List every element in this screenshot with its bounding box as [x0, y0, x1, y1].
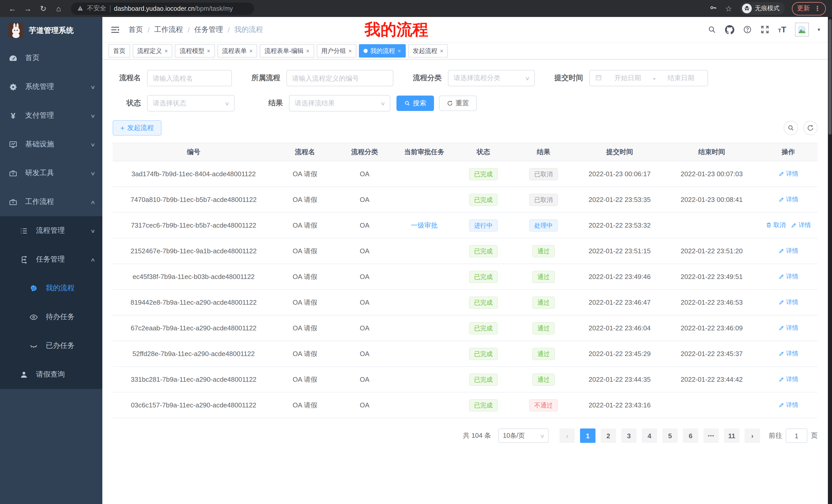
detail-link[interactable]: 详情 [778, 247, 798, 255]
sidebar-item-system[interactable]: 系统管理 ∨ [0, 73, 102, 101]
category-select[interactable]: 请选择流程分类∨ [448, 70, 535, 86]
fullscreen-icon[interactable] [760, 25, 769, 34]
filter-name-label: 流程名 [113, 74, 141, 83]
eye-icon [29, 313, 38, 321]
table-header-row: 编号 流程名 流程分类 当前审批任务 状态 结果 提交时间 结束时间 操作 [113, 143, 817, 161]
detail-link[interactable]: 详情 [791, 221, 811, 230]
table-row: 2152467e-7b9b-11ec-9a1b-acde48001122 OA … [113, 239, 817, 264]
detail-link[interactable]: 详情 [778, 195, 798, 204]
app-title: 芋道管理系统 [29, 25, 74, 35]
scrollbar[interactable] [828, 17, 832, 504]
tab-process-form[interactable]: 流程表单× [217, 44, 257, 58]
breadcrumb-item[interactable]: 工作流程 [154, 25, 183, 34]
close-icon[interactable]: × [164, 48, 168, 54]
page-button[interactable]: 2 [601, 428, 616, 443]
avatar[interactable] [795, 23, 809, 36]
detail-link[interactable]: 详情 [778, 298, 798, 307]
chevron-down-icon: ∨ [90, 113, 95, 118]
url-text: dashboard.yudao.iocoder.cn/bpm/task/my [114, 5, 233, 12]
detail-link[interactable]: 详情 [778, 324, 798, 332]
key-icon[interactable] [709, 3, 717, 13]
cell-id: 331bc281-7b9a-11ec-a290-acde48001122 [113, 375, 275, 383]
process-name-input[interactable] [147, 70, 232, 86]
submit-time-range-picker[interactable]: 开始日期 - 结束日期 [589, 70, 708, 86]
detail-link[interactable]: 详情 [778, 272, 798, 281]
close-icon[interactable]: × [250, 48, 253, 54]
sidebar-item-done-tasks[interactable]: 已办任务 [0, 331, 102, 360]
page-button[interactable]: 4 [642, 428, 657, 443]
start-date-placeholder: 开始日期 [606, 74, 649, 83]
help-icon[interactable] [743, 25, 752, 34]
sidebar-item-infra[interactable]: 基础设施 ∨ [0, 130, 102, 159]
page-button[interactable]: 5 [662, 428, 678, 443]
reset-button[interactable]: 重置 [439, 95, 477, 111]
goto-page-input[interactable] [786, 428, 807, 443]
close-icon[interactable]: × [306, 48, 310, 54]
more-pages-button[interactable]: ••• [703, 428, 719, 443]
back-icon[interactable]: ← [6, 0, 19, 17]
page-button[interactable]: 6 [683, 428, 698, 443]
plus-icon: + [120, 124, 125, 132]
result-badge: 通过 [532, 373, 555, 386]
sidebar-item-workflow[interactable]: 工作流程 ∧ [0, 188, 102, 216]
reload-icon[interactable]: ↻ [37, 0, 49, 17]
home-icon[interactable]: ⌂ [52, 0, 65, 17]
detail-link[interactable]: 详情 [778, 170, 798, 178]
forward-icon[interactable]: → [22, 0, 34, 17]
result-select[interactable]: 请选择流结果∨ [289, 95, 390, 111]
breadcrumb-item[interactable]: 任务管理 [194, 25, 223, 34]
process-definition-input[interactable] [286, 70, 393, 86]
status-select[interactable]: 请选择状态∨ [147, 95, 234, 111]
page-button[interactable]: 3 [621, 428, 636, 443]
sidebar-item-task-mgmt[interactable]: 任务管理 ∧ [0, 245, 102, 274]
cancel-link[interactable]: 取消 [766, 221, 786, 230]
filter-category-label: 流程分类 [406, 74, 442, 83]
close-icon[interactable]: × [440, 48, 443, 54]
page-size-select[interactable]: 10条/页∨ [498, 428, 549, 443]
goto-label: 前往 [769, 431, 782, 440]
tab-process-model[interactable]: 流程模型× [175, 44, 215, 58]
tab-home[interactable]: 首页 [108, 44, 130, 58]
current-task-link[interactable]: 一级审批 [394, 221, 454, 230]
sidebar-item-devtools[interactable]: 研发工具 ∨ [0, 159, 102, 188]
page-button[interactable]: 1 [580, 428, 595, 443]
table-refresh-button[interactable] [803, 121, 817, 135]
sidebar-item-home[interactable]: 首页 [0, 44, 102, 73]
address-bar[interactable]: 不安全 dashboard.yudao.iocoder.cn/bpm/task/… [71, 2, 254, 15]
tab-process-definition[interactable]: 流程定义× [133, 44, 173, 58]
next-page-button[interactable]: › [745, 428, 760, 443]
tab-user-group[interactable]: 用户分组× [317, 44, 357, 58]
sidebar-item-payment[interactable]: ¥ 支付管理 ∨ [0, 101, 102, 130]
create-process-button[interactable]: + 发起流程 [113, 120, 161, 136]
detail-link[interactable]: 详情 [778, 349, 798, 358]
search-button[interactable]: 搜索 [396, 95, 434, 111]
page-button[interactable]: 11 [724, 428, 739, 443]
github-icon[interactable] [725, 25, 734, 34]
tab-my-process[interactable]: 我的流程× [359, 44, 406, 58]
scrollbar-thumb[interactable] [828, 19, 831, 135]
sidebar-item-leave-query[interactable]: 请假查询 [0, 360, 102, 389]
chevron-down-icon[interactable]: ▾ [817, 27, 820, 32]
bookmark-star-icon[interactable]: ☆ [725, 0, 733, 17]
sidebar-item-process-mgmt[interactable]: 流程管理 ∨ [0, 216, 102, 245]
close-icon[interactable]: × [207, 48, 210, 54]
sidebar-item-todo-tasks[interactable]: 待办任务 [0, 303, 102, 331]
tab-start-process[interactable]: 发起流程× [408, 44, 448, 58]
browser-update-button[interactable]: 更新 ⋮ [792, 2, 826, 15]
sidebar-collapse-icon[interactable] [110, 24, 120, 35]
detail-link[interactable]: 详情 [778, 375, 798, 384]
tab-process-form-edit[interactable]: 流程表单-编辑× [260, 44, 314, 58]
sidebar-item-my-process[interactable]: 我的流程 [0, 274, 102, 303]
close-icon[interactable]: × [397, 48, 401, 54]
workflow-submenu: 流程管理 ∨ 任务管理 ∧ 我的流程 待办任务 [0, 216, 102, 389]
search-icon[interactable] [707, 25, 716, 34]
prev-page-button[interactable]: ‹ [560, 428, 575, 443]
result-badge: 通过 [532, 296, 555, 309]
briefcase-icon [9, 198, 18, 206]
breadcrumb-item[interactable]: 首页 [129, 25, 143, 34]
table-search-toggle-button[interactable] [784, 121, 798, 135]
close-icon[interactable]: × [349, 48, 352, 54]
font-size-icon[interactable]: TT [778, 25, 786, 34]
detail-link[interactable]: 详情 [778, 401, 798, 410]
browser-menu-icon[interactable]: ⋮ [814, 5, 821, 12]
